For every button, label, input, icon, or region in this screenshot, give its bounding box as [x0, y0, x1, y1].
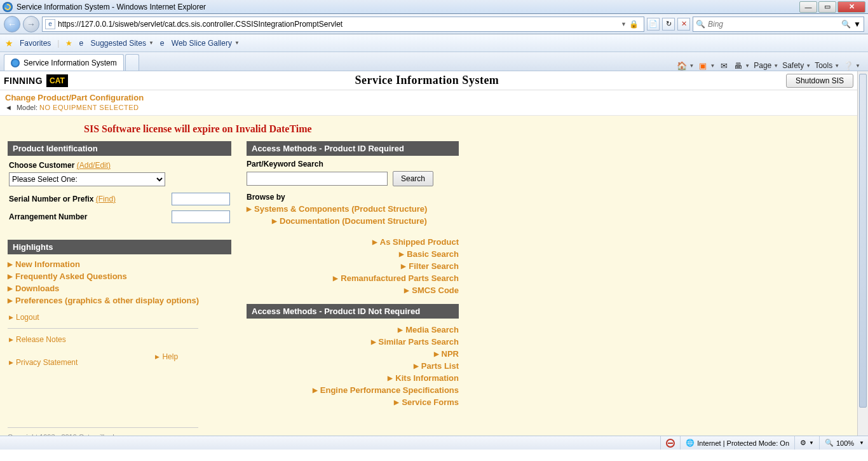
globe-icon: 🌐	[686, 439, 695, 447]
page-menu[interactable]: Page▼	[754, 61, 778, 70]
status-tools[interactable]: ⚙▼	[794, 436, 814, 450]
address-bar[interactable]: e ▼ 🔒	[42, 17, 644, 32]
browse-label: Browse by	[247, 193, 459, 202]
link-privacy[interactable]: ▶Privacy Statement	[8, 355, 78, 369]
find-link[interactable]: (Find)	[96, 195, 116, 203]
panel-access1-header: Access Methods - Product ID Required	[247, 141, 459, 156]
page-icon: e	[45, 19, 55, 29]
favorites-star-icon: ★	[5, 38, 13, 48]
link-kits-info[interactable]: ▶Kits Information	[247, 372, 459, 384]
link-documentation[interactable]: ▶Documentation (Document Structure)	[247, 215, 459, 227]
link-reman-parts[interactable]: ▶Remanufactured Parts Search	[247, 272, 459, 284]
compat-view-button[interactable]: 📄	[647, 18, 660, 31]
tab-active[interactable]: Service Information System	[4, 54, 124, 71]
link-npr[interactable]: ▶NPR	[247, 348, 459, 360]
address-dropdown-icon[interactable]: ▼	[621, 21, 627, 27]
window-maximize-button[interactable]: ▭	[818, 1, 836, 13]
refresh-button[interactable]: ↻	[662, 18, 675, 31]
link-filter-search[interactable]: ▶Filter Search	[247, 260, 459, 272]
add-edit-link[interactable]: (Add/Edit)	[77, 161, 111, 170]
search-go-icon[interactable]: 🔍	[841, 20, 851, 29]
stop-button[interactable]: ✕	[677, 18, 690, 31]
print-button[interactable]: 🖶▼	[733, 60, 750, 71]
copyright: Copyright 1993 - 2019 Caterpillar Inc.	[8, 433, 838, 436]
part-search-input[interactable]	[247, 172, 388, 186]
panel-highlights-header: Highlights	[8, 240, 231, 254]
link-release-notes[interactable]: ▶Release Notes	[8, 333, 78, 347]
zone-text: Internet | Protected Mode: On	[697, 439, 789, 447]
link-smcs-code[interactable]: ▶SMCS Code	[247, 284, 459, 296]
noentry-icon	[666, 439, 675, 448]
add-favorite-button[interactable]: ★	[65, 39, 72, 48]
new-tab-button[interactable]	[125, 54, 139, 71]
license-warning: SIS Software license will expire on Inva…	[84, 123, 838, 135]
url-input[interactable]	[58, 20, 621, 29]
chevron-down-icon: ▼	[234, 40, 240, 46]
suggested-sites-label: Suggested Sites	[90, 39, 146, 48]
link-basic-search[interactable]: ▶Basic Search	[247, 248, 459, 260]
favorites-button[interactable]: Favorites	[20, 39, 51, 48]
highlights-list: ▶New Information ▶Frequently Asked Quest…	[8, 254, 231, 310]
serial-input[interactable]	[172, 193, 230, 205]
link-logout[interactable]: ▶Logout	[8, 310, 231, 324]
web-slice-label: Web Slice Gallery	[172, 39, 232, 48]
search-button[interactable]: Search	[393, 171, 433, 186]
zoom-control[interactable]: 🔍 100% ▼	[819, 436, 864, 450]
tools-menu[interactable]: Tools▼	[815, 61, 839, 70]
tab-title: Service Information System	[24, 58, 117, 67]
gear-icon: ⚙	[800, 439, 806, 447]
safety-menu[interactable]: Safety▼	[782, 61, 811, 70]
sis-header: FINNING CAT Service Information System S…	[0, 71, 857, 90]
link-downloads[interactable]: ▶Downloads	[8, 282, 231, 294]
window-titlebar: Service Information System - Windows Int…	[0, 0, 868, 14]
arrangement-input[interactable]	[172, 210, 230, 223]
help-icon: ❔	[843, 60, 853, 71]
panel-access2-header: Access Methods - Product ID Not Required	[247, 304, 459, 319]
feeds-button[interactable]: ▣▼	[698, 60, 715, 71]
home-button[interactable]: 🏠▼	[677, 60, 694, 71]
status-bar: 🌐 Internet | Protected Mode: On ⚙▼ 🔍 100…	[0, 436, 868, 450]
zoom-value: 100%	[836, 439, 854, 447]
print-icon: 🖶	[733, 60, 743, 71]
lock-icon: 🔒	[629, 20, 639, 29]
window-minimize-button[interactable]: —	[799, 1, 817, 13]
link-parts-list[interactable]: ▶Parts List	[247, 360, 459, 372]
rss-icon: ▣	[698, 60, 708, 71]
page-icon: e	[160, 39, 169, 48]
link-new-information[interactable]: ▶New Information	[8, 258, 231, 270]
finning-logo: FINNING CAT	[4, 74, 68, 87]
sis-title: Service Information System	[68, 74, 786, 87]
customer-select[interactable]: Please Select One:	[9, 172, 165, 186]
link-preferences[interactable]: ▶Preferences (graphics & other display o…	[8, 294, 231, 306]
link-media-search[interactable]: ▶Media Search	[247, 324, 459, 336]
link-faq[interactable]: ▶Frequently Asked Questions	[8, 270, 231, 282]
search-dropdown-icon[interactable]: ▼	[853, 20, 861, 29]
web-slice-link[interactable]: e Web Slice Gallery ▼	[160, 39, 240, 48]
link-service-forms[interactable]: ▶Service Forms	[247, 396, 459, 408]
browser-search[interactable]: 🔍 🔍 ▼	[693, 17, 864, 32]
shutdown-button[interactable]: Shutdown SIS	[786, 74, 853, 88]
suggested-sites-link[interactable]: e Suggested Sites ▼	[79, 39, 153, 48]
back-icon[interactable]: ◄	[5, 104, 12, 111]
chevron-down-icon: ▼	[149, 40, 154, 46]
link-similar-parts[interactable]: ▶Similar Parts Search	[247, 336, 459, 348]
search-icon: 🔍	[696, 20, 705, 29]
link-help[interactable]: ▶Help	[154, 344, 178, 369]
home-icon: 🏠	[677, 60, 687, 71]
mail-button[interactable]: ✉	[719, 60, 729, 71]
help-button[interactable]: ❔▼	[843, 60, 860, 71]
window-close-button[interactable]: ✕	[837, 1, 865, 13]
link-engine-perf[interactable]: ▶Engine Performance Specifications	[247, 384, 459, 396]
main-content: SIS Software license will expire on Inva…	[0, 116, 857, 436]
forward-button[interactable]: →	[23, 16, 39, 32]
browser-navbar: ← → e ▼ 🔒 📄 ↻ ✕ 🔍 🔍 ▼	[0, 14, 868, 34]
vertical-scrollbar[interactable]	[857, 71, 868, 436]
mail-icon: ✉	[719, 60, 729, 71]
zone-status: 🌐 Internet | Protected Mode: On	[680, 436, 789, 450]
back-button[interactable]: ←	[4, 16, 20, 32]
change-product-link[interactable]: Change Product/Part Configuration	[5, 93, 144, 102]
link-as-shipped[interactable]: ▶As Shipped Product	[247, 236, 459, 248]
security-status[interactable]	[660, 436, 675, 450]
link-systems-components[interactable]: ▶Systems & Components (Product Structure…	[247, 203, 459, 215]
browser-search-input[interactable]	[705, 20, 841, 29]
